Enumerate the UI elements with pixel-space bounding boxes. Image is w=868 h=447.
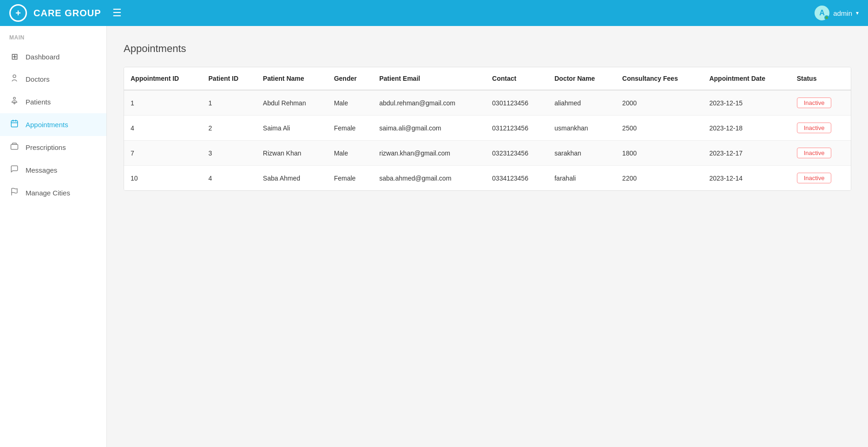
table-row: 42Saima AliFemalesaima.ali@gmail.com0312… (124, 116, 851, 141)
sidebar-section-label: Main (0, 34, 106, 45)
page-title: Appointments (124, 43, 851, 55)
brand-logo: + (9, 4, 27, 22)
dashboard-icon: ⊞ (9, 52, 20, 62)
sidebar-item-messages[interactable]: Messages (0, 159, 106, 181)
brand-name: CARE GROUP (33, 8, 101, 19)
status-badge: Inactive (797, 173, 832, 183)
svg-point-1 (13, 97, 16, 100)
appointments-table-container: Appointment ID Patient ID Patient Name G… (124, 67, 851, 191)
table-row: 11Abdul RehmanMaleabdul.rehman@gmail.com… (124, 90, 851, 116)
col-status: Status (790, 67, 851, 90)
sidebar-item-dashboard[interactable]: ⊞ Dashboard (0, 45, 106, 68)
top-navbar: + CARE GROUP ☰ A admin ▾ (0, 0, 868, 26)
status-badge: Inactive (797, 148, 832, 158)
manage-cities-icon (9, 188, 20, 198)
table-body: 11Abdul RehmanMaleabdul.rehman@gmail.com… (124, 90, 851, 190)
logo-symbol: + (15, 8, 21, 19)
col-patient-email: Patient Email (373, 67, 486, 90)
messages-icon (9, 165, 20, 175)
brand-section: + CARE GROUP ☰ (9, 4, 122, 22)
col-gender: Gender (328, 67, 373, 90)
sidebar-item-appointments[interactable]: Appointments (0, 113, 106, 136)
sidebar-item-label: Messages (26, 166, 57, 174)
table-row: 73Rizwan KhanMalerizwan.khan@gmail.com03… (124, 141, 851, 166)
sidebar-item-label: Patients (26, 98, 51, 106)
col-doctor-name: Doctor Name (548, 67, 616, 90)
svg-point-0 (13, 75, 16, 78)
sidebar-item-label: Prescriptions (26, 143, 66, 151)
table-row: 104Saba AhmedFemalesaba.ahmed@gmail.com0… (124, 166, 851, 191)
patients-icon (9, 97, 20, 107)
table-header: Appointment ID Patient ID Patient Name G… (124, 67, 851, 90)
sidebar-item-label: Manage Cities (26, 189, 70, 197)
col-appointment-id: Appointment ID (124, 67, 202, 90)
sidebar-item-label: Doctors (26, 75, 50, 83)
doctors-icon (9, 74, 20, 84)
appointments-table: Appointment ID Patient ID Patient Name G… (124, 67, 851, 190)
hamburger-menu-icon[interactable]: ☰ (112, 7, 122, 19)
sidebar: Main ⊞ Dashboard Doctors (0, 26, 107, 447)
admin-label: admin (833, 9, 852, 17)
status-badge: Inactive (797, 123, 832, 133)
main-content: Appointments Appointment ID Patient ID P… (107, 26, 868, 447)
body-layout: Main ⊞ Dashboard Doctors (0, 26, 868, 447)
status-badge: Inactive (797, 97, 832, 108)
sidebar-item-label: Dashboard (26, 53, 59, 61)
svg-rect-4 (11, 121, 18, 127)
chevron-down-icon: ▾ (856, 10, 859, 16)
col-patient-name: Patient Name (256, 67, 328, 90)
sidebar-item-label: Appointments (26, 121, 68, 129)
sidebar-item-doctors[interactable]: Doctors (0, 68, 106, 91)
sidebar-item-manage-cities[interactable]: Manage Cities (0, 181, 106, 204)
sidebar-item-patients[interactable]: Patients (0, 91, 106, 113)
prescriptions-icon (9, 142, 20, 153)
avatar: A (815, 6, 829, 20)
col-contact: Contact (486, 67, 548, 90)
col-appointment-date: Appointment Date (703, 67, 790, 90)
admin-menu[interactable]: A admin ▾ (815, 6, 859, 20)
online-indicator (824, 15, 829, 20)
col-patient-id: Patient ID (202, 67, 256, 90)
sidebar-item-prescriptions[interactable]: Prescriptions (0, 136, 106, 159)
col-consultancy-fees: Consultancy Fees (616, 67, 703, 90)
appointments-icon (9, 119, 20, 130)
